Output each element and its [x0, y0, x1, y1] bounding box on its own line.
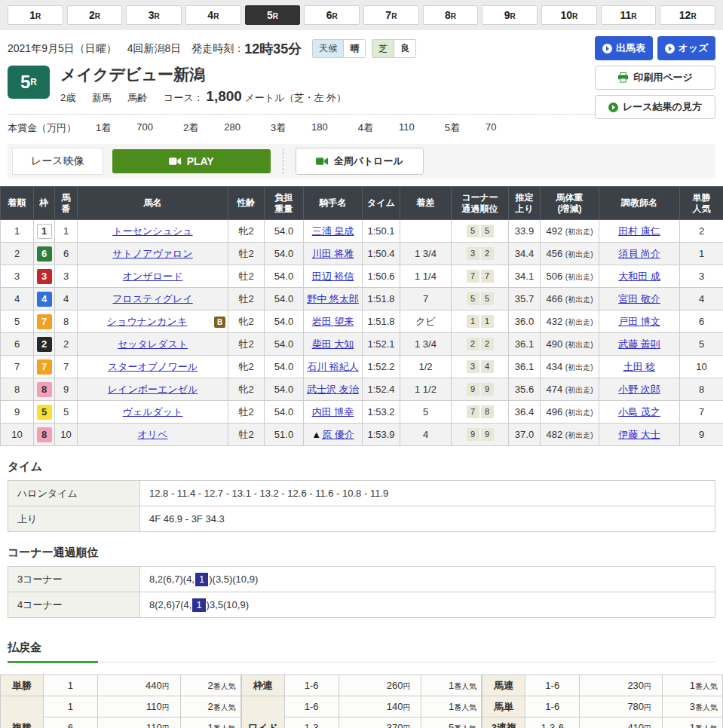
finish-position: 6 [1, 333, 34, 356]
jockey-link[interactable]: 岩田 望来 [312, 316, 354, 327]
trainer-link[interactable]: 小島 茂之 [618, 406, 660, 418]
horse-name-link[interactable]: セッタレダスト [118, 338, 188, 350]
horse-name-link[interactable]: オンザロード [123, 271, 183, 282]
play-button-label: PLAY [187, 155, 214, 167]
prize-amount: 280 [224, 121, 240, 135]
play-button[interactable]: PLAY [112, 149, 271, 173]
race-tab-number: 4 [207, 9, 213, 21]
race-tab-10R[interactable]: 10R [541, 5, 597, 25]
race-tab-9R[interactable]: 9R [482, 5, 538, 25]
margin: 1 3/4 [400, 333, 452, 356]
last-3f: 35.7 [509, 288, 541, 310]
corner-table: 3コーナー 8,2(6,7)(4,1)(3,5)(10,9) 4コーナー 8(2… [8, 566, 715, 618]
race-tab-6R[interactable]: 6R [304, 5, 360, 25]
race-tab-suffix: R [510, 12, 515, 20]
bet-type-label: 枠連 [241, 675, 284, 696]
sex-age: 牡2 [228, 424, 265, 446]
race-tab-number: 8 [445, 9, 451, 21]
jockey-link[interactable]: 田辺 裕信 [312, 271, 354, 282]
horse-name-link[interactable]: トーセンシュシュ [112, 225, 192, 237]
trainer-link[interactable]: 武藤 善則 [618, 338, 660, 350]
result-row: 444フロスティグレイ牡254.0野中 悠太郎1:51.875535.7466 … [1, 288, 723, 310]
sex-age: 牡2 [228, 333, 265, 356]
results-header-cell: 性齢 [228, 187, 265, 220]
race-tab-3R[interactable]: 3R [126, 5, 182, 25]
race-tab-2R[interactable]: 2R [67, 5, 123, 25]
results-guide-button[interactable]: レース結果の見方 [595, 95, 715, 119]
weather-value: 晴 [343, 40, 365, 57]
trainer-link[interactable]: 田村 康仁 [618, 225, 660, 237]
body-weight-cell: 496 (初出走) [541, 401, 599, 424]
race-condition-class: 新馬 [92, 92, 112, 103]
race-tab-7R[interactable]: 7R [363, 5, 419, 25]
arrow-circle-icon [665, 44, 675, 54]
sex-age: 牡2 [228, 401, 265, 424]
entries-button[interactable]: 出馬表 [595, 36, 653, 60]
race-tab-4R[interactable]: 4R [185, 5, 241, 25]
horse-name-link[interactable]: スターオブノワール [108, 361, 198, 372]
race-tab-8R[interactable]: 8R [423, 5, 479, 25]
horse-name-link[interactable]: ショウナンカンキ [107, 316, 187, 327]
race-tab-11R[interactable]: 11R [601, 5, 657, 25]
result-row: 955ヴェルダット牡254.0内田 博幸1:53.257836.4496 (初出… [1, 401, 723, 424]
horse-name-link[interactable]: ヴェルダット [123, 406, 183, 418]
corner-position: 7 [481, 270, 494, 283]
race-tab-suffix: R [391, 12, 397, 20]
jockey-link[interactable]: 川田 将雅 [312, 248, 354, 259]
finish-position: 2 [1, 243, 34, 265]
favorite-number: 1 [690, 722, 695, 728]
print-page-button[interactable]: 印刷用ページ [595, 66, 715, 90]
payout-amount: 260円 [339, 675, 421, 696]
trainer-link[interactable]: 伊藤 大士 [618, 429, 660, 440]
trainer-cell: 小島 茂之 [599, 401, 680, 424]
trainer-link[interactable]: 戸田 博文 [618, 316, 660, 327]
prize-place: 4着 [358, 121, 373, 135]
race-tab-12R[interactable]: 12R [660, 5, 715, 25]
carried-weight: 51.0 [265, 424, 304, 446]
jockey-link[interactable]: 武士沢 友治 [307, 384, 359, 395]
corner-position: 1 [481, 315, 494, 328]
yen-suffix: 円 [644, 682, 651, 690]
result-row: 10810オリベ牡251.0▲原 優介1:53.949937.0482 (初出走… [1, 424, 723, 446]
carried-weight: 54.0 [265, 243, 304, 265]
race-tab-1R[interactable]: 1R [8, 5, 63, 25]
race-tab-5R[interactable]: 5R [245, 5, 301, 25]
corner-position: 8 [481, 405, 494, 418]
trainer-link[interactable]: 大和田 成 [618, 271, 660, 282]
corner-positions-cell: 32 [452, 243, 509, 265]
trainer-link[interactable]: 小野 次郎 [618, 384, 660, 395]
trainer-link[interactable]: 土田 稔 [623, 361, 656, 372]
horse-name-link[interactable]: オリベ [138, 429, 168, 440]
jockey-link[interactable]: 内田 博幸 [312, 406, 354, 418]
result-row: 578ショウナンカンキB牝254.0岩田 望来1:51.8クビ1136.0432… [1, 310, 723, 333]
body-weight-cell: 482 (初出走) [541, 424, 599, 446]
jockey-link[interactable]: 三浦 皇成 [312, 225, 354, 237]
corner-positions-cell: 99 [452, 378, 509, 401]
jockey-link[interactable]: 原 優介 [322, 429, 354, 440]
horse-name-link[interactable]: フロスティグレイ [112, 293, 192, 304]
corner-position: 5 [481, 225, 494, 237]
horse-name-link[interactable]: レインボーエンゼル [108, 384, 198, 395]
horse-number: 2 [55, 333, 78, 356]
horse-name-cell: レインボーエンゼル [78, 378, 228, 401]
yen-suffix: 円 [403, 724, 410, 728]
jockey-link[interactable]: 野中 悠太郎 [307, 293, 359, 304]
race-condition-age: 2歳 [60, 92, 75, 103]
odds-button[interactable]: オッズ [657, 36, 715, 60]
jockey-link[interactable]: 柴田 大知 [312, 338, 354, 350]
patrol-video-button[interactable]: 全周パトロール [296, 148, 424, 175]
payout-combination: 1 [43, 675, 97, 696]
trainer-link[interactable]: 宮田 敬介 [618, 293, 660, 304]
trainer-link[interactable]: 須貝 尚介 [618, 248, 660, 259]
finish-time: 1:52.2 [363, 356, 400, 378]
favorite-suffix: 番人気 [454, 682, 476, 690]
horse-name-link[interactable]: サトノアヴァロン [112, 248, 192, 259]
finish-position: 9 [1, 401, 34, 424]
corner-position: 9 [467, 428, 479, 441]
jockey-link[interactable]: 石川 裕紀人 [307, 361, 359, 372]
payout-amount-number: 110 [146, 722, 162, 728]
prize-amount: 700 [136, 121, 153, 135]
favorite-suffix: 番人気 [454, 703, 476, 711]
jockey-cell: ▲原 優介 [304, 424, 363, 446]
corner-positions-cell: 22 [452, 333, 509, 356]
